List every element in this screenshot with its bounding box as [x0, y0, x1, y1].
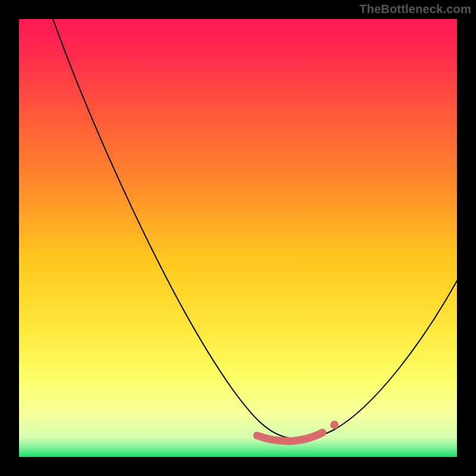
highlight-dot: [330, 421, 339, 429]
chart-svg: [19, 19, 457, 457]
plot-area: [19, 19, 457, 457]
watermark-text: TheBottleneck.com: [359, 2, 471, 16]
chart-frame: TheBottleneck.com: [0, 0, 476, 476]
gradient-background: [19, 19, 457, 457]
